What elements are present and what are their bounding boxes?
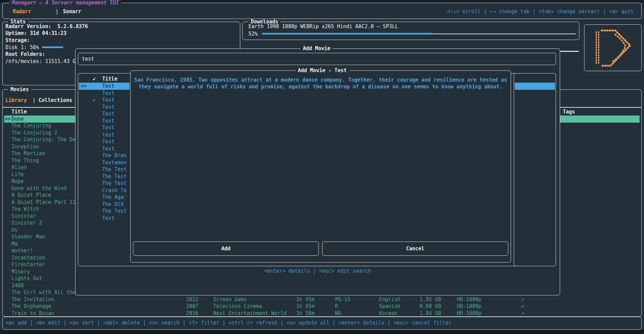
movie-overview-line1: San Francisco, 1985. Two opposites attra… [132,77,509,84]
result-row-title[interactable]: Test [102,104,114,111]
library-row-title[interactable]: Lights Out [12,275,42,282]
result-row-title[interactable]: Test [102,215,114,222]
edit-pencil-icon[interactable]: ✎ [521,310,524,317]
result-row-title[interactable]: Test [102,124,114,131]
library-row-title[interactable]: Incantation [12,254,45,262]
result-row-title[interactable]: Test [102,110,114,118]
library-row-rating: PG-13 [335,296,350,303]
library-row-runtime: 1h 58m [296,310,314,317]
library-row-title[interactable]: The Conjuring [12,122,51,129]
result-row-title[interactable]: The Test [102,208,127,215]
tab-radarr[interactable]: Radarr [13,8,31,15]
edit-pencil-icon[interactable]: ✎ [521,296,524,303]
search-input-value: test [82,56,94,63]
library-row-title[interactable]: Sinister [12,213,36,220]
library-row-title[interactable]: A Quiet Place Part II [12,199,76,206]
tab-library[interactable]: Library [5,97,27,104]
library-row-year: 2007 [186,303,198,310]
library-row-title[interactable]: Gone with the Wind [12,185,67,192]
disk-usage-bar [42,46,63,48]
download-item-name: Earth 1998 1080p WEBRip x265 Hindi AAC2.… [248,23,398,30]
results-header-check-icon: ✔ [93,76,96,83]
library-row-size: 0.68 GB [420,303,441,310]
result-row-title[interactable]: Test [102,145,114,152]
library-row-title[interactable]: The Conjuring: The De [12,136,76,143]
movies-title: Movies [8,87,31,92]
library-row-title[interactable]: Sinister 2 [12,220,42,227]
library-row-title[interactable]: Firestarter [12,261,45,268]
library-row-rating: NR [335,310,341,317]
edit-pencil-icon[interactable]: ✎ [521,303,524,310]
results-selected-row-right-fragment [515,83,555,90]
library-row-size: 1.95 GB [420,296,441,303]
result-row-title[interactable]: Test [102,118,114,125]
result-row-title[interactable]: Testamen [102,159,127,166]
library-row-title[interactable]: Dune [12,116,24,123]
result-row-title[interactable]: test [102,131,114,139]
library-row-title[interactable]: Us [12,227,18,234]
library-row-studio: Next Entertainment World [213,310,287,317]
result-row-title[interactable]: Test [102,90,114,97]
stats-uptime: Uptime: 31d 04:31:23 [5,30,67,37]
library-row-title[interactable]: mother! [12,247,33,254]
stats-version: Radarr Version: 5.2.6.8376 [5,23,88,30]
tab-collections[interactable]: Collections [39,97,72,104]
result-row-title[interactable]: The Test [102,180,127,187]
library-row-language: Spanish [379,303,400,310]
result-checked-icon: ✔ [93,97,96,104]
library-row-title[interactable]: Inception [12,143,39,150]
cancel-button[interactable]: Cancel [322,242,508,256]
result-row-title[interactable]: The Test [102,166,127,173]
top-keybindings: <↑↓> scroll | ←→ change tab | <tab> chan… [447,8,634,15]
library-row-quality: HD-1080p [457,296,481,303]
library-header-tags: Tags [563,108,575,116]
download-progress-fill [262,33,433,35]
result-row-title[interactable]: The Aga' [102,194,127,201]
library-row-quality: HD-1080p [457,310,481,317]
library-row-title[interactable]: Train to Busan [12,310,54,317]
help-bar-text: <a> add | <e> edit | <o> sort | <del> de… [5,319,452,327]
library-row-language: English [379,296,400,303]
library-row-title[interactable]: The Girl with All the [12,289,76,296]
result-row-title[interactable]: Test [102,97,114,104]
library-row-year: 2022 [186,296,198,303]
library-row-title[interactable]: Misery [12,268,30,275]
tab-sonarr[interactable]: Sonarr [63,8,81,15]
popup-scroll-indicator[interactable] [560,51,579,52]
library-row-studio: Screen Gems [213,296,247,303]
library-tab-separator-1: | [32,97,36,104]
result-row-title[interactable]: Test [102,138,114,145]
results-right-strip [514,73,556,266]
library-row-title[interactable]: Alien [12,164,27,171]
library-row-title[interactable]: The Invitation [12,296,54,303]
library-row-language: Korean [379,310,397,317]
library-row-title[interactable]: Slender Man [12,233,45,241]
result-row-title[interactable]: Crash Te [102,187,127,194]
add-movie-popup-title: Add Movie [301,46,333,51]
library-row-title[interactable]: The Thing [12,157,39,164]
movie-overview-line2: they navigate a world full of risks and … [132,83,509,90]
library-row-title[interactable]: The Conjuring 2 [12,129,57,137]
library-row-title[interactable]: 1408 [12,282,24,289]
library-row-title[interactable]: Ma [12,241,18,248]
library-row-size: 1.84 GB [420,310,441,317]
library-row-year: 2016 [186,310,198,317]
library-row-title[interactable]: The Martian [12,150,45,157]
bottom-terminal-strip [0,330,644,334]
add-button[interactable]: Add [133,242,319,256]
stats-storage-label: Storage: [5,37,30,44]
tab-separator: | [55,8,59,15]
result-row-title[interactable]: The Test [102,173,127,180]
library-row-title[interactable]: A Quiet Place [12,192,51,199]
result-row-title[interactable]: Test [102,83,114,90]
managarr-logo-icon [590,27,636,68]
result-row-title[interactable]: The Old [102,201,124,208]
add-movie-modal [130,70,511,263]
managarr-tui: { "app": { "title": "Managarr – A Servar… [0,0,644,334]
search-input[interactable] [78,53,556,65]
library-row-title[interactable]: The Witch [12,206,39,213]
library-row-title[interactable]: Life [12,171,24,178]
result-row-title[interactable]: The Bran [102,152,127,159]
library-row-title[interactable]: Nope [12,178,24,185]
library-row-title[interactable]: The Orphanage [12,303,51,310]
